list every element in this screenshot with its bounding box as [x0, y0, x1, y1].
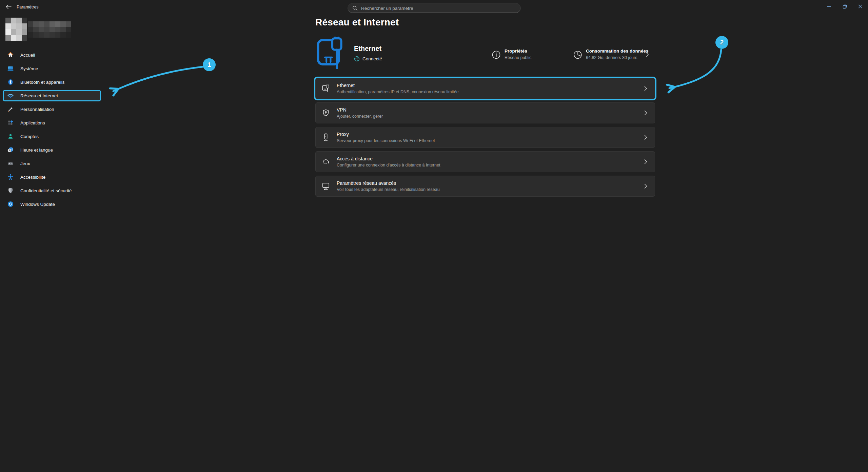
games-icon — [7, 160, 14, 167]
data-usage-subtitle: 64.82 Go, derniers 30 jours — [586, 55, 649, 60]
close-button[interactable] — [852, 0, 868, 13]
redacted-pixel — [5, 18, 11, 23]
redacted-pixel — [44, 21, 50, 27]
sidebar-item-windows-update[interactable]: Windows Update — [3, 198, 101, 210]
avatar[interactable] — [5, 18, 27, 41]
redacted-pixel — [5, 29, 11, 35]
windows-update-icon — [7, 201, 14, 208]
redacted-pixel — [11, 18, 16, 23]
accounts-icon — [7, 133, 14, 140]
annotation-arrow-1 — [113, 67, 202, 91]
data-usage-block[interactable]: Consommation des données 64.82 Go, derni… — [573, 48, 649, 60]
row-title: VPN — [337, 107, 383, 113]
sidebar-item-label: Heure et langue — [20, 148, 53, 153]
search-box[interactable] — [348, 3, 521, 13]
row-subtitle: Configurer une connexion d'accès à dista… — [337, 163, 440, 168]
restore-button[interactable] — [837, 0, 852, 13]
sidebar-item-accueil[interactable]: Accueil — [3, 49, 101, 61]
sidebar-item-label: Confidentialité et sécurité — [20, 188, 72, 193]
redacted-pixel — [16, 23, 22, 29]
redacted-pixel — [5, 23, 11, 29]
sidebar-item-label: Personnalisation — [20, 107, 54, 112]
back-button[interactable] — [3, 2, 14, 11]
chevron-right-icon — [644, 159, 647, 164]
redacted-pixel — [22, 29, 27, 35]
sidebar-item-reseau-et-internet[interactable]: Réseau et Internet — [3, 90, 101, 101]
redacted-pixel — [39, 32, 44, 38]
redacted-pixel — [28, 27, 33, 32]
redacted-pixel — [44, 32, 50, 38]
sidebar-item-confidentialite[interactable]: Confidentialité et sécurité — [3, 185, 101, 196]
sidebar-item-systeme[interactable]: Système — [3, 63, 101, 74]
dialup-icon — [321, 157, 330, 166]
connection-status: Connecté — [362, 56, 382, 61]
redacted-pixel — [60, 21, 66, 27]
redacted-pixel — [66, 21, 71, 27]
minimize-button[interactable] — [821, 0, 837, 13]
sidebar-item-label: Windows Update — [20, 202, 55, 207]
home-icon — [7, 52, 14, 58]
sidebar-item-bluetooth[interactable]: Bluetooth et appareils — [3, 76, 101, 88]
globe-icon — [354, 56, 360, 62]
redacted-pixel — [55, 27, 60, 32]
properties-block[interactable]: Propriétés Réseau public — [492, 48, 531, 60]
redacted-pixel — [22, 18, 27, 23]
sidebar-item-jeux[interactable]: Jeux — [3, 158, 101, 169]
redacted-pixel — [16, 35, 22, 41]
network-icon — [7, 92, 14, 99]
sidebar-item-heure-et-langue[interactable]: Heure et langue — [3, 144, 101, 156]
row-acces-a-distance[interactable]: Accès à distance Configurer une connexio… — [315, 151, 655, 172]
data-usage-title: Consommation des données — [586, 48, 649, 54]
redacted-pixel — [50, 27, 55, 32]
sidebar-item-label: Réseau et Internet — [20, 93, 58, 98]
redacted-pixel — [33, 27, 39, 32]
sidebar-item-label: Accessibilité — [20, 175, 45, 180]
sidebar-item-accessibilite[interactable]: Accessibilité — [3, 171, 101, 183]
sidebar-item-applications[interactable]: Applications — [3, 117, 101, 129]
properties-title: Propriétés — [505, 48, 531, 54]
sidebar-item-label: Accueil — [20, 53, 35, 58]
chevron-right-icon[interactable] — [646, 52, 649, 57]
sidebar-item-comptes[interactable]: Comptes — [3, 131, 101, 142]
window-controls — [821, 0, 868, 13]
redacted-pixel — [39, 21, 44, 27]
redacted-pixel — [11, 23, 16, 29]
redacted-pixel — [16, 18, 22, 23]
annotation-step-2-badge: 2 — [715, 36, 728, 49]
redacted-pixel — [28, 21, 33, 27]
advanced-network-icon — [321, 182, 330, 191]
row-ethernet[interactable]: Ethernet Authentification, paramètres IP… — [315, 78, 655, 99]
redacted-pixel — [60, 32, 66, 38]
accessibility-icon — [7, 174, 14, 180]
redacted-pixel — [33, 21, 39, 27]
chevron-right-icon — [644, 184, 647, 189]
row-proxy[interactable]: Proxy Serveur proxy pour les connexions … — [315, 127, 655, 148]
redacted-pixel — [55, 21, 60, 27]
restore-icon — [843, 4, 847, 9]
sidebar-item-label: Comptes — [20, 134, 39, 139]
time-language-icon — [7, 146, 14, 153]
network-hero: Ethernet Connecté Propriétés Réseau publ… — [315, 37, 655, 71]
sidebar-item-label: Applications — [20, 120, 45, 125]
back-arrow-icon — [6, 4, 12, 9]
chevron-right-icon — [644, 135, 647, 140]
bluetooth-icon — [7, 79, 14, 85]
search-icon — [352, 5, 358, 11]
privacy-shield-icon — [7, 187, 14, 194]
window-title: Paramètres — [17, 0, 39, 14]
row-vpn[interactable]: VPN Ajouter, connecter, gérer — [315, 102, 655, 123]
system-icon — [7, 65, 14, 72]
redacted-pixel — [16, 29, 22, 35]
ethernet-icon — [321, 84, 330, 93]
row-parametres-reseau-avances[interactable]: Paramètres réseau avancés Voir tous les … — [315, 176, 655, 197]
row-title: Proxy — [337, 132, 435, 137]
row-subtitle: Ajouter, connecter, gérer — [337, 114, 383, 119]
vpn-shield-icon — [321, 109, 330, 117]
sidebar-item-label: Jeux — [20, 161, 30, 166]
redacted-pixel — [39, 27, 44, 32]
search-input[interactable] — [361, 6, 507, 11]
redacted-pixel — [33, 32, 39, 38]
data-usage-pie-icon — [573, 50, 582, 59]
minimize-icon — [827, 4, 831, 8]
sidebar-item-personnalisation[interactable]: Personnalisation — [3, 103, 101, 115]
